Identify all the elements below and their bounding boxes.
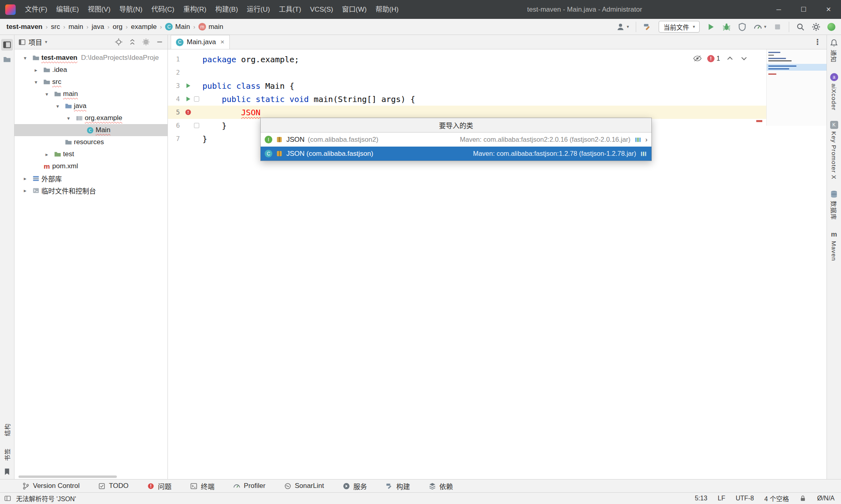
tree-item-test-maven[interactable]: ▾ test-maven D:\IdeaProjects\IdeaProje [14, 52, 167, 64]
tool-button-version-control[interactable]: Version Control [22, 482, 80, 490]
editor-body[interactable]: 1 package org.example; 2 3 public class … [168, 49, 827, 479]
menu-build[interactable]: 构建(B) [211, 0, 243, 19]
menu-refactor[interactable]: 重构(R) [179, 0, 211, 19]
profile-menu[interactable]: ▾ [616, 22, 629, 31]
menu-vcs[interactable]: VCS(S) [306, 0, 338, 19]
menu-window[interactable]: 窗口(W) [338, 0, 371, 19]
code-line[interactable]: 4 public static void main(String[] args)… [168, 92, 827, 106]
tool-button-structure[interactable]: 结构 [3, 423, 11, 436]
breadcrumb-main-dir[interactable]: main [68, 23, 83, 31]
tool-button-build[interactable]: 构建 [386, 481, 410, 491]
tool-button-project[interactable] [1, 39, 13, 51]
breadcrumb-project[interactable]: test-maven [6, 23, 43, 31]
build-hammer-icon[interactable] [643, 22, 652, 31]
maven-icon[interactable]: m [831, 231, 837, 239]
error-stripe-mark[interactable] [756, 120, 762, 122]
tree-item-main-class[interactable]: C Main [14, 124, 167, 136]
chevron-down-icon[interactable]: ▾ [63, 115, 74, 121]
tool-button-terminal[interactable]: 终端 [190, 481, 214, 491]
hide-panel-icon[interactable] [156, 38, 163, 46]
tool-button-key-promoter[interactable]: Key Promoter X [831, 131, 837, 180]
search-everywhere-icon[interactable] [796, 22, 805, 31]
error-gutter-icon[interactable]: ! [185, 109, 192, 116]
tool-button-commit[interactable] [1, 54, 13, 65]
locate-file-icon[interactable] [115, 38, 122, 46]
file-encoding[interactable]: UTF-8 [736, 495, 754, 502]
close-button[interactable]: ✕ [816, 0, 841, 19]
next-error-icon[interactable] [740, 54, 748, 63]
error-count-badge[interactable]: ! 1 [707, 55, 720, 62]
tree-item-java[interactable]: ▾ java [14, 100, 167, 112]
run-method-icon[interactable] [185, 96, 192, 102]
previous-error-icon[interactable] [726, 54, 734, 63]
menu-code[interactable]: 代码(C) [147, 0, 179, 19]
code-line-current[interactable]: 5 ! JSON [168, 106, 827, 119]
chevron-down-icon[interactable]: ▾ [52, 103, 63, 109]
run-configuration-select[interactable]: 当前文件 ▾ [659, 21, 700, 33]
tool-button-profiler[interactable]: Profiler [233, 482, 265, 490]
lock-icon[interactable] [799, 495, 806, 502]
breadcrumb-method-main[interactable]: mmain [198, 23, 223, 31]
menu-tools[interactable]: 工具(T) [274, 0, 306, 19]
horizontal-scrollbar[interactable] [18, 475, 117, 478]
menu-navigate[interactable]: 导航(N) [115, 0, 147, 19]
submenu-arrow-icon[interactable]: › [645, 136, 647, 143]
minimize-button[interactable]: ─ [766, 0, 791, 19]
menu-file[interactable]: 文件(F) [20, 0, 52, 19]
tool-button-dependencies[interactable]: 依赖 [429, 481, 453, 491]
breadcrumb-org[interactable]: org [112, 23, 122, 31]
line-separator[interactable]: LF [718, 495, 725, 502]
tree-item-scratches[interactable]: ▸ 临时文件和控制台 [14, 184, 167, 196]
code-line[interactable]: 2 [168, 66, 827, 79]
profiler-button[interactable]: ▾ [753, 22, 766, 31]
coverage-button[interactable] [738, 22, 747, 31]
breadcrumb-src[interactable]: src [51, 23, 60, 31]
highlighting-eye-icon[interactable] [693, 54, 702, 63]
menu-view[interactable]: 视图(V) [83, 0, 115, 19]
code-with-me-icon[interactable] [827, 23, 835, 31]
project-panel-title[interactable]: 项目 [29, 37, 42, 47]
tab-main-java[interactable]: C Main.java × [171, 35, 230, 49]
stop-button[interactable] [773, 22, 782, 31]
caret-position[interactable]: 5:13 [695, 495, 707, 502]
tool-button-database[interactable]: 数据库 [830, 201, 838, 220]
run-button[interactable] [706, 22, 715, 31]
tree-item-resources[interactable]: resources [14, 136, 167, 148]
tool-window-switcher-icon[interactable] [4, 495, 11, 502]
collapse-all-icon[interactable] [129, 38, 136, 46]
tree-item-idea[interactable]: ▸ .idea [14, 64, 167, 76]
chevron-down-icon[interactable]: ▾ [20, 55, 31, 61]
chevron-right-icon[interactable]: ▸ [41, 151, 52, 157]
breadcrumb-example[interactable]: example [131, 23, 157, 31]
tree-item-test[interactable]: ▸ test [14, 148, 167, 160]
settings-gear-icon[interactable] [812, 22, 821, 31]
bookmark-icon[interactable] [3, 467, 11, 476]
menu-run[interactable]: 运行(U) [243, 0, 275, 19]
chevron-down-icon[interactable]: ▾ [31, 79, 41, 85]
import-option-fastjson2[interactable]: I JSON (com.alibaba.fastjson2) Maven: co… [261, 133, 651, 147]
chevron-right-icon[interactable]: ▸ [31, 67, 41, 73]
import-option-fastjson-selected[interactable]: C JSON (com.alibaba.fastjson) Maven: com… [261, 147, 651, 161]
tool-button-bookmarks[interactable]: 书签 [3, 448, 11, 461]
notifications-bell-icon[interactable] [830, 39, 838, 47]
menu-help[interactable]: 帮助(H) [371, 0, 403, 19]
analysis-widget[interactable]: Ø/N/A [817, 495, 835, 502]
tool-button-aixcoder[interactable]: aiXcoder [831, 84, 837, 110]
tree-item-org-example[interactable]: ▾ org.example [14, 112, 167, 124]
chevron-down-icon[interactable]: ▾ [41, 91, 52, 97]
maximize-button[interactable]: ☐ [791, 0, 816, 19]
tool-button-sonarlint[interactable]: SonarLint [284, 482, 324, 490]
indent-style[interactable]: 4 个空格 [764, 494, 789, 503]
tool-button-maven[interactable]: Maven [831, 241, 837, 261]
minimap[interactable] [766, 49, 827, 126]
breadcrumb-java[interactable]: java [92, 23, 104, 31]
database-icon[interactable] [830, 190, 838, 198]
tool-button-todo[interactable]: TODO [98, 482, 129, 490]
tab-options-icon[interactable]: ⋮ [808, 35, 827, 49]
menu-edit[interactable]: 编辑(E) [52, 0, 84, 19]
chevron-right-icon[interactable]: ▸ [20, 175, 31, 182]
tool-button-notifications[interactable]: 通知 [830, 50, 838, 63]
aixcoder-icon[interactable]: a [830, 73, 838, 81]
breadcrumb-class-main[interactable]: CMain [165, 23, 190, 31]
tool-button-problems[interactable]: ! 问题 [147, 481, 171, 491]
